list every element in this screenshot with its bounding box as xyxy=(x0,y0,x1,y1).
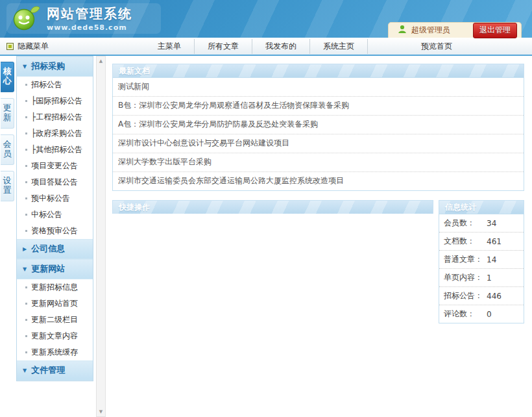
app-title: 网站管理系统 xyxy=(47,5,132,23)
stat-row: 会员数： 34 xyxy=(439,214,524,233)
hide-menu-icon xyxy=(6,43,14,50)
stat-label: 普通文章： xyxy=(444,254,487,265)
app-subtitle: www.dede58.com xyxy=(47,23,132,32)
sidebar-item[interactable]: ├国际招标公告 xyxy=(17,93,93,109)
stat-value: 461 xyxy=(487,237,502,246)
sidebar-item-label: ├其他招标公告 xyxy=(31,144,82,155)
sidebar-item-label: 更新网站首页 xyxy=(31,298,78,309)
stat-value: 446 xyxy=(487,292,502,301)
module-tab[interactable]: 会员 xyxy=(1,134,14,165)
bullet-icon xyxy=(25,319,27,321)
main-area: 最新文档 测试新闻B包：深圳市公安局龙华分局观察通信器材及生活物资保障装备采购A… xyxy=(106,56,532,323)
sidebar-item[interactable]: 更新文章内容 xyxy=(17,328,93,344)
doc-link[interactable]: 深圳市设计中心创意设计与交易平台网站建设项目 xyxy=(113,134,524,153)
triangle-down-icon: ▼ xyxy=(23,64,27,70)
triangle-down-icon: ▼ xyxy=(23,368,27,373)
sidebar-item-label: 招标公告 xyxy=(31,79,62,90)
sidebar-section-label: 招标采购 xyxy=(31,60,65,72)
sidebar-item-label: 项目答疑公告 xyxy=(31,177,78,188)
sidebar-item-label: 更新系统缓存 xyxy=(31,347,78,358)
module-tab[interactable]: 设置 xyxy=(1,171,14,201)
sidebar-item[interactable]: ├其他招标公告 xyxy=(17,142,93,158)
stat-label: 文档数： xyxy=(444,236,487,247)
doc-link[interactable]: A包：深圳市公安局龙华分局防护防暴及反恐处突装备采购 xyxy=(113,116,524,134)
user-bar: 超级管理员 退出管理 xyxy=(388,22,522,38)
quick-actions-header: 快捷操作 xyxy=(112,200,433,214)
sidebar-item[interactable]: 更新网站首页 xyxy=(17,296,93,312)
sidebar-item-label: 更新文章内容 xyxy=(31,331,78,342)
sidebar-item-label: 中标公告 xyxy=(31,209,62,220)
sidebar-section-label: 更新网站 xyxy=(31,263,65,275)
stat-value: 1 xyxy=(487,273,492,283)
sidebar-item-label: 更新二级栏目 xyxy=(31,314,78,325)
sidebar-item[interactable]: 更新招标信息 xyxy=(17,279,93,296)
sidebar-item[interactable]: ├政府采购公告 xyxy=(17,125,93,142)
sidebar-item[interactable]: 更新二级栏目 xyxy=(17,312,93,328)
user-icon xyxy=(398,24,407,36)
sidebar-item[interactable]: 预中标公告 xyxy=(17,190,93,207)
sidebar-item-label: 预中标公告 xyxy=(31,193,70,204)
quick-actions-panel: 快捷操作 xyxy=(112,200,433,214)
stat-value: 0 xyxy=(487,310,492,319)
stats-panel: 信息统计 会员数： 34 文档数： 461 xyxy=(439,200,524,323)
smiley-logo-icon xyxy=(13,4,40,34)
bullet-icon xyxy=(25,149,27,151)
latest-docs-panel: 最新文档 测试新闻B包：深圳市公安局龙华分局观察通信器材及生活物资保障装备采购A… xyxy=(112,64,524,191)
bullet-icon xyxy=(25,181,27,183)
bullet-icon xyxy=(25,133,27,134)
sidebar-item[interactable]: 招标公告 xyxy=(17,77,93,93)
sidebar-item-label: ├国际招标公告 xyxy=(31,95,82,107)
sidebar-section-header[interactable]: ▼文件管理 xyxy=(17,360,93,381)
stat-row: 普通文章： 14 xyxy=(439,251,524,269)
sidebar-item[interactable]: 资格预审公告 xyxy=(17,223,93,239)
sidebar-item-label: 项目变更公告 xyxy=(31,160,78,171)
stat-row: 招标公告： 446 xyxy=(439,287,524,305)
logout-button[interactable]: 退出管理 xyxy=(473,23,517,38)
top-menu-item[interactable]: 系统主页 xyxy=(310,39,368,54)
doc-link[interactable]: 测试新闻 xyxy=(113,78,524,97)
sidebar-item[interactable]: 更新系统缓存 xyxy=(17,344,93,360)
sidebar-section-header[interactable]: ▼更新网站 xyxy=(17,259,93,279)
latest-docs-list: 测试新闻B包：深圳市公安局龙华分局观察通信器材及生活物资保障装备采购A包：深圳市… xyxy=(112,77,524,191)
scroll-down-icon[interactable]: ▼ xyxy=(97,407,105,416)
sidebar-item-label: ├工程招标公告 xyxy=(31,112,82,123)
bullet-icon xyxy=(25,303,27,305)
scroll-up-icon[interactable]: ▲ xyxy=(97,57,105,66)
sidebar-item[interactable]: 中标公告 xyxy=(17,207,93,223)
bullet-icon xyxy=(25,100,27,102)
sidebar-item[interactable]: 项目变更公告 xyxy=(17,158,93,174)
sidebar-section-header[interactable]: ▼招标采购 xyxy=(17,57,93,77)
top-menu: 主菜单所有文章我发布的系统主页预览首页 xyxy=(145,39,465,54)
app-header: 网站管理系统 www.dede58.com 超级管理员 退出管理 xyxy=(0,0,532,38)
sidebar-scrollbar[interactable]: ▲ ▼ xyxy=(96,56,106,417)
stat-row: 评论数： 0 xyxy=(439,305,524,323)
stat-value: 14 xyxy=(487,255,496,264)
stat-value: 34 xyxy=(487,219,496,228)
doc-link[interactable]: B包：深圳市公安局龙华分局观察通信器材及生活物资保障装备采购 xyxy=(113,97,524,116)
top-menu-item[interactable]: 预览首页 xyxy=(408,39,465,54)
module-tab[interactable]: 更新 xyxy=(1,98,14,129)
doc-link[interactable]: 深圳市交通运输委员会东部交通运输局公路大厦监控系统改造项目 xyxy=(113,172,524,190)
sidebar-item[interactable]: 项目答疑公告 xyxy=(17,174,93,190)
module-tab[interactable]: 核心 xyxy=(1,62,14,92)
bullet-icon xyxy=(25,351,27,353)
top-menu-item[interactable]: 我发布的 xyxy=(252,39,310,54)
bullet-icon xyxy=(25,214,27,216)
hide-menu-toggle[interactable]: 隐藏菜单 xyxy=(6,41,49,52)
bullet-icon xyxy=(25,116,27,118)
stat-label: 招标公告： xyxy=(444,290,487,301)
stat-row: 单页内容： 1 xyxy=(439,269,524,287)
bullet-icon xyxy=(25,84,27,86)
module-tab-strip: 核心更新会员设置 xyxy=(0,56,15,201)
hide-menu-label: 隐藏菜单 xyxy=(18,41,49,52)
sidebar-item[interactable]: ├工程招标公告 xyxy=(17,109,93,125)
doc-link[interactable]: 深圳大学数字出版平台采购 xyxy=(113,153,524,172)
bullet-icon xyxy=(25,165,27,167)
top-menu-item[interactable]: 主菜单 xyxy=(145,39,195,54)
sidebar-section-header[interactable]: ▶公司信息 xyxy=(17,239,93,259)
logo-text: 网站管理系统 www.dede58.com xyxy=(47,5,132,32)
sidebar-item-label: ├政府采购公告 xyxy=(31,128,82,139)
top-menu-item[interactable]: 所有文章 xyxy=(195,39,252,54)
triangle-right-icon: ▶ xyxy=(23,246,27,252)
triangle-down-icon: ▼ xyxy=(23,266,27,272)
